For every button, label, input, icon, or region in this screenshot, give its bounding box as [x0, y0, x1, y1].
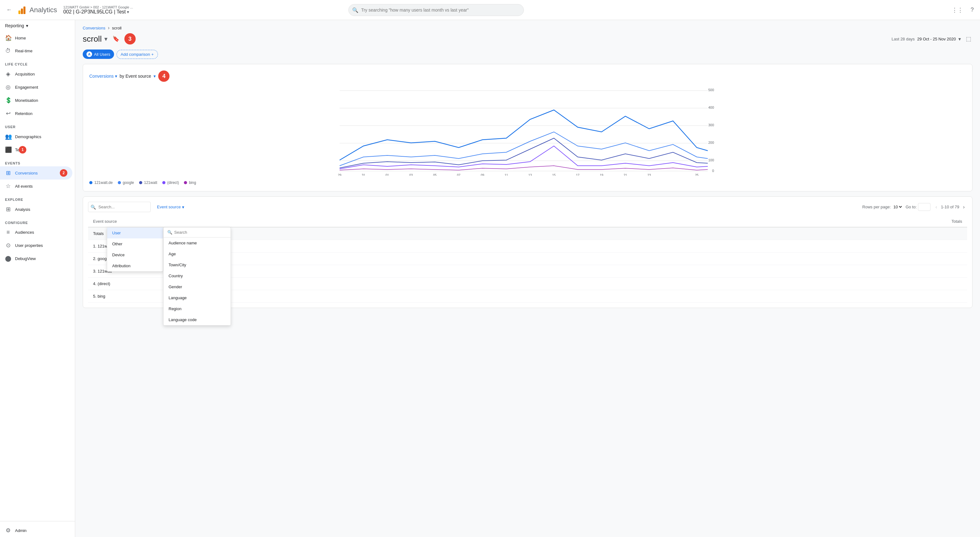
bookmark-icon[interactable]: 🔖 — [111, 34, 121, 44]
sidebar-item-home[interactable]: 🏠 Home — [0, 31, 72, 44]
table-cell-value — [638, 253, 967, 265]
table-cell-value — [638, 240, 967, 253]
sidebar-item-audiences[interactable]: ≡ Audiences — [0, 226, 72, 239]
events-label: EVENTS — [0, 156, 75, 166]
content-area: Conversions › scroll scroll ▾ 🔖 3 Last 2… — [75, 20, 980, 537]
prev-page-button[interactable]: ‹ — [933, 203, 940, 211]
dropdown-item-country[interactable]: Country — [164, 270, 231, 281]
sidebar-item-acquisition[interactable]: ◈ Acquisition — [0, 67, 72, 81]
rows-per-page-label: Rows per page: — [862, 205, 891, 209]
sidebar-item-conversions[interactable]: ⊞ Conversions 2 — [0, 166, 72, 180]
dropdown-item-other[interactable]: Other — [107, 238, 163, 249]
sidebar-item-engagement[interactable]: ◎ Engagement — [0, 81, 72, 94]
svg-text:05: 05 — [433, 173, 437, 176]
date-range-selector[interactable]: Last 28 days 29 Oct - 25 Nov 2020 ▾ — [892, 36, 961, 42]
table-cell-value — [638, 290, 967, 303]
page-header: scroll ▾ 🔖 3 Last 28 days 29 Oct - 25 No… — [83, 33, 972, 44]
rows-per-page: Rows per page: 10 25 50 — [862, 204, 903, 210]
svg-rect-2 — [24, 6, 25, 14]
help-icon[interactable]: ? — [969, 5, 975, 14]
ga-logo-icon — [17, 5, 27, 15]
date-range-value: 29 Oct - 25 Nov 2020 — [917, 37, 956, 41]
breadcrumb: Conversions › scroll — [83, 25, 972, 31]
legend-item-121wattde: 121watt.de — [89, 181, 113, 185]
lifecycle-label: LIFE CYCLE — [0, 57, 75, 67]
all-users-chip[interactable]: A All Users — [83, 49, 114, 59]
dropdown-item-attribution[interactable]: Attribution — [107, 261, 163, 271]
legend-label: 121watt — [144, 181, 157, 185]
account-selector[interactable]: 121WATT GmbH > 002 - 121WATT Google ... … — [63, 5, 133, 15]
legend-item-direct: (direct) — [162, 181, 179, 185]
search-input[interactable] — [348, 4, 524, 16]
event-source-dropdown[interactable]: Event source ▾ — [154, 203, 187, 211]
page-navigation: ‹ 1-10 of 79 › — [933, 203, 967, 211]
configure-label: CONFIGURE — [0, 216, 75, 226]
chart-legend: 121watt.de google 121watt (direct) — [89, 181, 966, 185]
sidebar-item-analysis[interactable]: ⊞ Analysis — [0, 203, 72, 216]
legend-item-121watt: 121watt — [139, 181, 157, 185]
chart-metric-chevron-icon: ▾ — [115, 74, 117, 79]
go-to-input[interactable]: 1 — [918, 203, 931, 211]
sidebar-item-userprops[interactable]: ⊙ User properties — [0, 239, 72, 252]
legend-label: bing — [189, 181, 196, 185]
sidebar-item-demographics[interactable]: 👥 Demographics — [0, 130, 72, 143]
page-title-chevron-icon: ▾ — [104, 35, 107, 43]
svg-text:400: 400 — [708, 106, 714, 110]
analysis-icon: ⊞ — [5, 206, 11, 213]
sidebar-item-label: Home — [15, 36, 26, 40]
sidebar-item-tech[interactable]: ⬛ Tech 1 — [0, 143, 72, 156]
admin-icon: ⚙ — [5, 527, 11, 534]
date-range-label: Last 28 days — [892, 37, 915, 41]
next-page-button[interactable]: › — [961, 203, 967, 211]
svg-text:25: 25 — [695, 173, 698, 176]
svg-text:07: 07 — [457, 173, 461, 176]
totals-value — [638, 227, 967, 240]
legend-item-google: google — [118, 181, 134, 185]
chart-metric-dropdown[interactable]: Conversions ▾ — [89, 74, 117, 79]
dropdown-item-device[interactable]: Device — [107, 249, 163, 261]
legend-dot — [139, 181, 142, 184]
table-search-icon: 🔍 — [91, 205, 96, 210]
account-name: 002 | G-2P3NL95LCG | Test ▾ — [63, 9, 133, 15]
apps-icon[interactable]: ⋮⋮ — [951, 5, 964, 15]
sidebar-item-retention[interactable]: ↩ Retention — [0, 107, 72, 120]
sidebar-item-allevents[interactable]: ☆ All events — [0, 180, 72, 193]
dropdown-item-audience-name[interactable]: Audience name — [164, 237, 231, 248]
dropdown-item-age[interactable]: Age — [164, 248, 231, 259]
svg-text:03: 03 — [409, 173, 413, 176]
sidebar-item-label: User properties — [15, 243, 43, 248]
sidebar-item-monetisation[interactable]: 💲 Monetisation — [0, 94, 72, 107]
table-container: Event source Totals Totals 1. 121watt.de… — [88, 216, 967, 303]
svg-text:500: 500 — [708, 88, 714, 92]
chart-dimension-dropdown[interactable]: ▾ — [154, 74, 156, 79]
dropdown-item-town-city[interactable]: Town/City — [164, 259, 231, 270]
svg-text:19: 19 — [600, 173, 603, 176]
svg-rect-0 — [19, 10, 21, 14]
back-button[interactable]: ← — [5, 5, 13, 14]
all-users-label: All Users — [94, 52, 110, 57]
sidebar-item-admin[interactable]: ⚙ Admin — [0, 524, 72, 537]
dropdown-search: 🔍 — [164, 227, 231, 237]
table-search-input[interactable] — [88, 202, 151, 212]
dropdown-item-gender[interactable]: Gender — [164, 281, 231, 292]
dropdown-item-language-code[interactable]: Language code — [164, 314, 231, 325]
dropdown-item-user[interactable]: User — [107, 227, 163, 238]
sidebar-item-realtime[interactable]: ⏱ Real-time — [0, 44, 72, 57]
reporting-button[interactable]: Reporting ▾ — [0, 20, 75, 31]
conversions-icon: ⊞ — [5, 170, 11, 176]
dropdown-item-region[interactable]: Region — [164, 303, 231, 314]
table-pagination: Rows per page: 10 25 50 Go to: 1 — [862, 203, 967, 211]
sidebar-item-label: Analysis — [15, 207, 30, 212]
sidebar-item-label: Conversions — [15, 171, 38, 175]
sidebar-item-debugview[interactable]: ⬤ DebugView — [0, 252, 72, 265]
export-icon[interactable]: ⬚ — [965, 34, 972, 44]
legend-item-bing: bing — [184, 181, 196, 185]
dropdown-search-input[interactable] — [174, 230, 227, 235]
breadcrumb-parent[interactable]: Conversions — [83, 26, 105, 30]
sidebar-item-label: Real-time — [15, 49, 33, 53]
engagement-icon: ◎ — [5, 84, 11, 91]
dropdown-item-language[interactable]: Language — [164, 292, 231, 303]
add-comparison-button[interactable]: Add comparison + — [116, 50, 158, 59]
rows-per-page-select[interactable]: 10 25 50 — [892, 204, 903, 210]
col-header-source: Event source — [88, 216, 638, 227]
